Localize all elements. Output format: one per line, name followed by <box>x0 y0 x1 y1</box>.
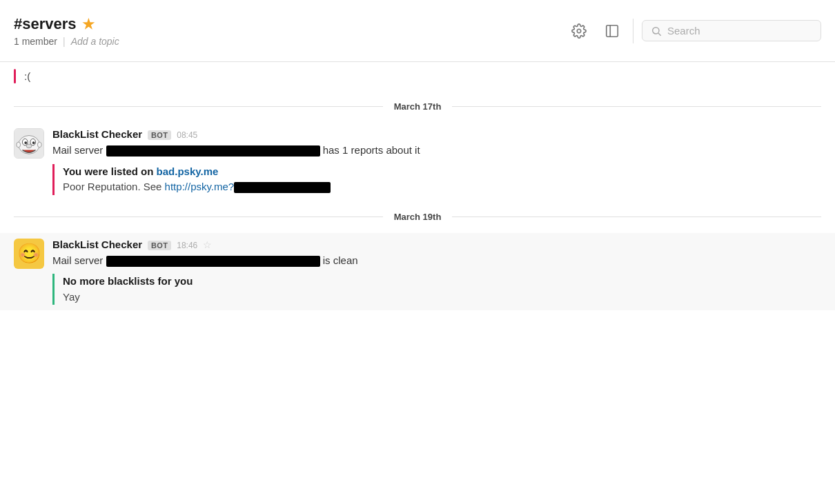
date-label: March 17th <box>394 101 442 112</box>
channel-title: #servers ★ <box>14 15 567 33</box>
star-icon[interactable]: ★ <box>82 16 95 32</box>
table-row: BlackList Checker BOT 08:45 Mail server … <box>0 123 835 201</box>
bad-psky-link[interactable]: bad.psky.me <box>157 165 219 177</box>
quote-bold: No more blacklists for you <box>63 274 821 290</box>
quote-normal: Poor Reputation. See http://psky.me? <box>63 179 821 195</box>
header-actions <box>567 19 821 43</box>
gear-icon <box>571 23 587 39</box>
redacted-block <box>106 145 320 157</box>
sender-name: BlackList Checker <box>52 128 142 140</box>
svg-point-3 <box>653 27 659 33</box>
member-count: 1 member <box>14 36 57 47</box>
redacted-block <box>106 256 320 267</box>
svg-point-11 <box>26 144 32 148</box>
sidebar-toggle-button[interactable] <box>600 19 625 43</box>
search-icon <box>651 26 662 37</box>
text-suffix: has 1 reports about it <box>323 144 420 156</box>
messages-area: :( March 17th <box>0 62 835 504</box>
search-input[interactable] <box>667 25 812 37</box>
emoji-avatar: 😊 <box>17 242 41 265</box>
message-content: BlackList Checker BOT 18:46 ☆ Mail serve… <box>52 239 821 305</box>
timestamp: 08:45 <box>177 130 197 140</box>
settings-button[interactable] <box>567 19 591 43</box>
redacted-block-2 <box>234 182 331 193</box>
channel-info: #servers ★ 1 member | Add a topic <box>14 15 567 47</box>
svg-point-0 <box>577 29 581 33</box>
svg-point-13 <box>37 142 41 148</box>
star-outline-icon[interactable]: ☆ <box>203 239 212 250</box>
table-row: 😊 BlackList Checker BOT 18:46 ☆ Mail ser… <box>0 233 835 311</box>
message-header: BlackList Checker BOT 08:45 <box>52 128 821 140</box>
bot-badge: BOT <box>148 130 171 140</box>
sidebar-icon <box>605 23 620 39</box>
text-prefix: Mail server <box>52 144 106 156</box>
search-box[interactable] <box>642 20 821 41</box>
add-topic-link[interactable]: Add a topic <box>71 36 119 47</box>
bot-badge: BOT <box>148 241 171 250</box>
quote-block-green: No more blacklists for you Yay <box>52 274 821 305</box>
troll-avatar <box>14 128 43 159</box>
header-separator <box>633 19 633 43</box>
svg-point-10 <box>32 141 35 144</box>
avatar: 😊 <box>14 239 44 269</box>
header-divider: | <box>63 36 66 47</box>
quote-bar <box>14 69 16 83</box>
partial-text: :( <box>24 69 30 83</box>
quote-block: You were listed on bad.psky.me Poor Repu… <box>52 164 821 195</box>
message-content: BlackList Checker BOT 08:45 Mail server … <box>52 128 821 195</box>
svg-line-4 <box>658 33 661 36</box>
sender-name: BlackList Checker <box>52 239 142 250</box>
partial-message: :( <box>0 62 835 90</box>
date-label: March 19th <box>394 212 442 222</box>
date-divider-march17: March 17th <box>0 90 835 123</box>
timestamp: 18:46 <box>177 241 197 250</box>
message-header: BlackList Checker BOT 18:46 ☆ <box>52 239 821 250</box>
quote-bold: You were listed on bad.psky.me <box>63 164 821 180</box>
channel-header: #servers ★ 1 member | Add a topic <box>0 0 835 62</box>
date-divider-march19: March 19th <box>0 201 835 233</box>
message-text: Mail server has 1 reports about it <box>52 143 821 159</box>
psky-link[interactable]: http://psky.me? <box>165 181 235 192</box>
text-prefix: Mail server <box>52 254 103 266</box>
message-text: Mail server is clean <box>52 253 821 269</box>
avatar <box>14 128 44 159</box>
text-suffix: is clean <box>323 254 358 266</box>
svg-point-9 <box>24 141 27 144</box>
channel-subtitle: 1 member | Add a topic <box>14 36 567 47</box>
svg-rect-1 <box>607 25 618 37</box>
channel-name: #servers <box>14 15 77 33</box>
quote-normal: Yay <box>63 290 821 305</box>
svg-point-12 <box>17 142 21 148</box>
